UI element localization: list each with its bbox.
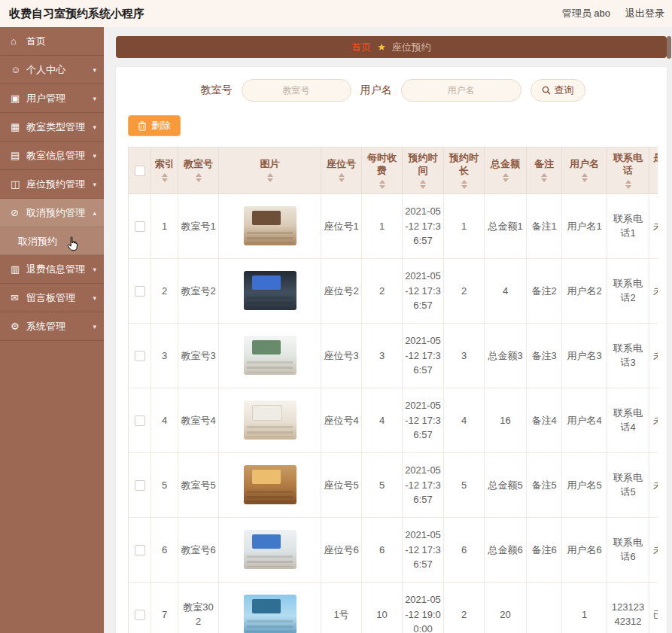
sidebar-item-system-management[interactable]: ⚙ 系统管理 ▾	[0, 312, 104, 341]
row-checkbox[interactable]	[135, 286, 145, 297]
sidebar-menu: ⌂ 首页 ☺ 个人中心 ▾ ▣ 用户管理 ▾ ▦ 教室类型管理 ▾ ▤ 教室信息…	[0, 27, 104, 341]
message-icon: ✉	[11, 292, 23, 303]
reservations-table: 索引教室号图片座位号每时收费预约时间预约时长总金额备注用户名联系电话是否支付 1…	[128, 147, 658, 633]
column-header[interactable]: 每时收费	[362, 148, 403, 194]
row-checkbox[interactable]	[135, 221, 145, 232]
sidebar-item-classroom-type-management[interactable]: ▦ 教室类型管理 ▾	[0, 113, 104, 142]
sort-icons[interactable]	[445, 180, 482, 189]
column-header[interactable]: 索引	[151, 148, 178, 194]
row-checkbox[interactable]	[135, 610, 145, 620]
breadcrumb: 首页 ★ 座位预约	[116, 36, 667, 58]
logout-button[interactable]: 退出登录	[625, 7, 664, 20]
cell-seat-number: 1号	[321, 582, 362, 633]
cell-duration: 5	[444, 452, 485, 517]
column-header[interactable]: 预约时间	[403, 148, 444, 194]
table-row: 1 教室号1 座位号1 1 2021-05-12 17:36:57 1 总金额1…	[129, 193, 658, 258]
chevron-down-icon: ▾	[93, 323, 96, 330]
sidebar-item-classroom-info-management[interactable]: ▤ 教室信息管理 ▾	[0, 142, 104, 170]
table-row: 4 教室号4 座位号4 4 2021-05-12 17:36:57 4 16 备…	[129, 388, 658, 452]
cell-checkbox	[129, 452, 151, 517]
sidebar-item-refund-info-management[interactable]: ▥ 退费信息管理 ▾	[0, 255, 104, 284]
table-row: 3 教室号3 座位号3 3 2021-05-12 17:36:57 3 总金额3…	[129, 323, 658, 388]
sort-icons[interactable]	[153, 173, 176, 182]
column-title: 座位号	[323, 158, 360, 171]
sidebar-item-label: 退费信息管理	[26, 263, 93, 276]
select-all-checkbox[interactable]	[135, 166, 145, 176]
column-header[interactable]: 教室号	[178, 148, 219, 194]
sidebar-item-label: 取消预约管理	[26, 206, 93, 220]
column-header[interactable]: 预约时长	[444, 148, 485, 194]
cell-total-amount: 20	[485, 582, 527, 633]
query-button[interactable]: 查询	[531, 79, 585, 102]
table-body: 1 教室号1 座位号1 1 2021-05-12 17:36:57 1 总金额1…	[129, 193, 658, 633]
table-row: 7 教室302 1号 10 2021-05-12 19:00:00 2 20 1…	[129, 582, 658, 633]
row-checkbox[interactable]	[135, 480, 145, 491]
column-title: 每时收费	[363, 152, 400, 178]
current-user-label: 管理员 abo	[562, 7, 610, 20]
chevron-down-icon: ▾	[93, 181, 96, 188]
table-wrapper: 索引教室号图片座位号每时收费预约时间预约时长总金额备注用户名联系电话是否支付 1…	[128, 147, 658, 633]
sidebar-item-user-management[interactable]: ▣ 用户管理 ▾	[0, 84, 104, 113]
cell-duration: 3	[444, 323, 485, 388]
cell-classroom-number: 教室号1	[178, 193, 219, 258]
sidebar-item-seat-reservation-management[interactable]: ◫ 座位预约管理 ▾	[0, 170, 104, 199]
chevron-down-icon: ▾	[93, 152, 96, 160]
sort-icons[interactable]	[609, 180, 647, 189]
cell-hourly-fee: 5	[362, 452, 403, 517]
cell-seat-number: 座位号4	[321, 388, 362, 452]
column-header[interactable]: 备注	[527, 148, 562, 194]
chevron-down-icon: ▾	[93, 294, 96, 302]
sidebar-item-message-board-management[interactable]: ✉ 留言板管理 ▾	[0, 284, 104, 312]
sidebar-subitem-cancel-reservation[interactable]: 取消预约	[0, 227, 104, 255]
cell-username: 用户名6	[562, 517, 607, 582]
column-header[interactable]: 图片	[219, 148, 321, 194]
sidebar-item-home[interactable]: ⌂ 首页	[0, 27, 104, 56]
sidebar-item-label: 留言板管理	[26, 291, 93, 305]
sort-icons[interactable]	[363, 180, 400, 189]
cell-checkbox	[129, 517, 151, 582]
sort-icons[interactable]	[180, 173, 217, 182]
content-card: 教室号 用户名 查询 删除	[116, 67, 667, 633]
row-checkbox[interactable]	[135, 351, 145, 361]
cell-remark: 备注1	[527, 193, 562, 258]
cell-paid-status: 未支付	[649, 452, 658, 517]
cell-paid-status: 未支付	[649, 388, 658, 452]
sort-icons[interactable]	[404, 180, 442, 189]
column-header[interactable]: 总金额	[485, 148, 527, 194]
column-header[interactable]: 座位号	[321, 148, 362, 194]
sidebar-item-profile[interactable]: ☺ 个人中心 ▾	[0, 56, 104, 84]
cell-seat-number: 座位号3	[321, 323, 362, 388]
row-checkbox[interactable]	[135, 415, 145, 426]
sidebar-item-cancel-reservation-management[interactable]: ⊘ 取消预约管理 ▴	[0, 199, 104, 227]
chevron-down-icon: ▴	[93, 209, 96, 217]
cell-remark: 备注5	[527, 452, 562, 517]
username-label: 用户名	[360, 84, 392, 97]
sort-icons[interactable]	[486, 173, 525, 182]
sort-icons[interactable]	[220, 173, 319, 182]
cell-remark: 备注3	[527, 323, 562, 388]
delete-button[interactable]: 删除	[128, 115, 181, 136]
cell-username: 用户名1	[562, 193, 607, 258]
sidebar-item-label: 系统管理	[26, 320, 93, 333]
sort-icons[interactable]	[651, 180, 658, 189]
sort-icons[interactable]	[323, 173, 360, 182]
column-header[interactable]: 联系电话	[607, 148, 649, 194]
sidebar-item-label: 用户管理	[26, 92, 93, 105]
row-checkbox[interactable]	[135, 545, 145, 555]
cell-reservation-time: 2021-05-12 17:36:57	[403, 258, 444, 323]
column-header[interactable]: 是否支付	[649, 148, 658, 194]
cell-paid-status: 未支付	[649, 258, 658, 323]
column-title: 联系电话	[609, 152, 647, 178]
breadcrumb-home-link[interactable]: 首页	[351, 41, 371, 54]
scrollbar-thumb[interactable]	[667, 36, 671, 59]
sidebar-item-label: 教室信息管理	[26, 149, 93, 163]
table-header-row: 索引教室号图片座位号每时收费预约时间预约时长总金额备注用户名联系电话是否支付	[129, 148, 658, 194]
classroom-photo	[244, 400, 296, 440]
cell-photo	[219, 388, 321, 452]
classroom-number-input[interactable]	[242, 79, 351, 102]
column-header[interactable]: 用户名	[562, 148, 607, 194]
sort-icons[interactable]	[564, 173, 605, 182]
toolbar: 删除	[128, 115, 658, 136]
sort-icons[interactable]	[528, 173, 560, 182]
username-input[interactable]	[401, 79, 521, 102]
